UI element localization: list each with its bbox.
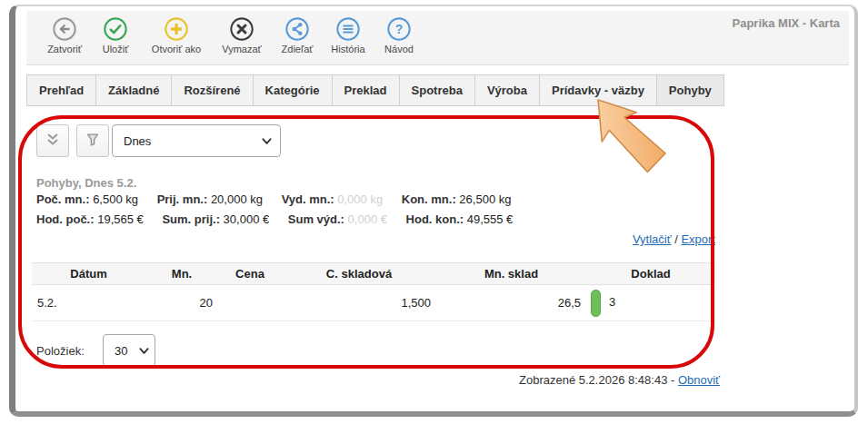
table-actions: Vytlačiť / Export bbox=[36, 232, 715, 246]
summary-heading: Pohyby, Dnes 5.2. bbox=[36, 176, 136, 190]
delete-button[interactable]: Vymazať bbox=[212, 16, 272, 54]
toolbar-button-label: Zdieľať bbox=[282, 44, 314, 54]
status-bar: Zobrazené 5.2.2026 8:48:43 - Obnoviť bbox=[36, 373, 720, 387]
share-icon bbox=[284, 16, 310, 42]
tab-zakladne[interactable]: Základné bbox=[95, 74, 172, 106]
tab-spotreba[interactable]: Spotreba bbox=[399, 74, 475, 106]
period-select-wrap: Dnes bbox=[112, 124, 281, 157]
period-select[interactable]: Dnes bbox=[112, 124, 281, 157]
toolbar-button-label: Zatvoriť bbox=[47, 44, 82, 54]
tab-rozsirene[interactable]: Rozšírené bbox=[171, 74, 253, 106]
tab-preklad[interactable]: Preklad bbox=[332, 74, 400, 106]
document-indicator-bar bbox=[591, 290, 601, 317]
metric-sum-prij: Sum. prij.: 30,000 € bbox=[162, 212, 269, 226]
toolbar-button-label: Otvoriť ako bbox=[152, 44, 201, 54]
link-separator: / bbox=[672, 232, 682, 246]
toolbar-button-label: História bbox=[331, 44, 364, 54]
refresh-link[interactable]: Obnoviť bbox=[678, 373, 720, 387]
close-button[interactable]: Zatvoriť bbox=[39, 16, 90, 54]
save-button[interactable]: Uložiť bbox=[90, 16, 141, 54]
open-as-button[interactable]: Otvoriť ako bbox=[141, 16, 212, 54]
window-title: Paprika MIX - Karta bbox=[733, 16, 841, 30]
svg-text:?: ? bbox=[395, 22, 404, 36]
col-cena: Cena bbox=[218, 263, 282, 285]
print-link[interactable]: Vytlačiť bbox=[633, 232, 672, 246]
history-button[interactable]: História bbox=[323, 16, 374, 54]
screenshot-page: Zatvoriť Uložiť Otvoriť ako Vymazať bbox=[0, 0, 868, 424]
toolbar-button-label: Uložiť bbox=[103, 44, 129, 54]
status-text: Zobrazené 5.2.2026 8:48:43 - bbox=[519, 373, 678, 387]
metric-hod-kon: Hod. kon.: 49,555 € bbox=[406, 212, 514, 226]
tab-pridavky-vazby[interactable]: Prídavky - väzby bbox=[539, 74, 657, 106]
cell-c-skladova: 1,500 bbox=[282, 285, 436, 321]
menu-lines-icon bbox=[335, 16, 361, 42]
tab-vyroba[interactable]: Výroba bbox=[474, 74, 540, 106]
filter-funnel-icon bbox=[84, 131, 102, 152]
expand-button[interactable] bbox=[36, 124, 69, 157]
summary-quantities-row: Poč. mn.: 6,500 kg Prij. mn.: 20,000 kg … bbox=[36, 192, 526, 206]
cell-datum: 5.2. bbox=[32, 285, 145, 321]
metric-poc-mn: Poč. mn.: 6,500 kg bbox=[36, 192, 138, 206]
col-mn: Mn. bbox=[145, 263, 218, 285]
col-mn-sklad: Mn. sklad bbox=[436, 263, 586, 285]
col-c-skladova: C. skladová bbox=[282, 263, 436, 285]
help-button[interactable]: ? Návod bbox=[374, 16, 424, 54]
items-per-page-label: Položiek: bbox=[36, 344, 85, 358]
export-link[interactable]: Export bbox=[681, 232, 715, 246]
items-per-page-select[interactable]: 30 bbox=[103, 334, 155, 367]
back-arrow-icon bbox=[52, 16, 77, 42]
plus-icon bbox=[164, 16, 189, 42]
table-row[interactable]: 5.2. 20 1,500 26,5 3 bbox=[32, 285, 715, 321]
items-per-page-wrap: 30 bbox=[103, 334, 155, 367]
question-icon: ? bbox=[386, 16, 412, 42]
metric-hod-poc: Hod. poč.: 19,565 € bbox=[36, 212, 144, 226]
tab-prehlad[interactable]: Prehľad bbox=[26, 74, 96, 106]
cell-doklad: 3 bbox=[586, 285, 715, 321]
metric-vyd-mn: Vyd. mn.: 0,000 kg bbox=[282, 192, 384, 206]
double-chevron-down-icon bbox=[43, 130, 63, 153]
col-doklad: Doklad bbox=[586, 263, 715, 285]
movements-table: Dátum Mn. Cena C. skladová Mn. sklad Dok… bbox=[32, 262, 715, 321]
col-datum: Dátum bbox=[32, 263, 145, 285]
cell-mn: 20 bbox=[145, 285, 218, 321]
tab-bar: Prehľad Základné Rozšírené Kategórie Pre… bbox=[26, 74, 724, 106]
toolbar-button-label: Vymazať bbox=[222, 44, 261, 54]
toolbar-button-label: Návod bbox=[384, 44, 414, 54]
tab-kategorie[interactable]: Kategórie bbox=[253, 74, 333, 106]
summary-values-row: Hod. poč.: 19,565 € Sum. prij.: 30,000 €… bbox=[36, 212, 528, 226]
share-button[interactable]: Zdieľať bbox=[272, 16, 323, 54]
toolbar: Zatvoriť Uložiť Otvoriť ako Vymazať bbox=[26, 11, 849, 65]
filter-button[interactable] bbox=[76, 124, 109, 157]
x-icon bbox=[229, 16, 254, 42]
metric-sum-vyd: Sum výd.: 0,000 € bbox=[288, 212, 387, 226]
check-icon bbox=[103, 16, 128, 42]
cell-cena bbox=[218, 285, 282, 321]
app-window: Zatvoriť Uložiť Otvoriť ako Vymazať bbox=[9, 5, 858, 417]
metric-kon-mn: Kon. mn.: 26,500 kg bbox=[402, 192, 512, 206]
metric-prij-mn: Prij. mn.: 20,000 kg bbox=[157, 192, 263, 206]
cell-mn-sklad: 26,5 bbox=[436, 285, 586, 321]
tab-pohyby[interactable]: Pohyby bbox=[656, 74, 724, 106]
table-header-row: Dátum Mn. Cena C. skladová Mn. sklad Dok… bbox=[32, 263, 715, 285]
